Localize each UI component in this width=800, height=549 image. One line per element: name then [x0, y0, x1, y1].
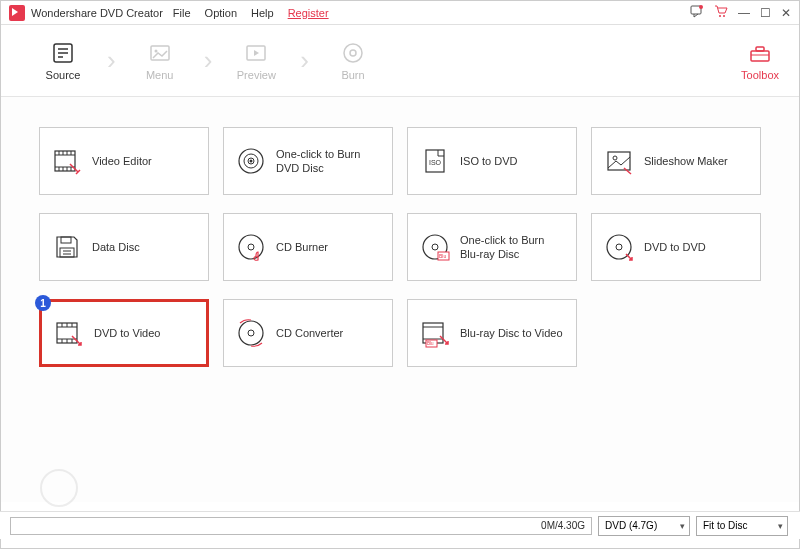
register-link[interactable]: Register — [288, 7, 329, 19]
titlebar: Wondershare DVD Creator File Option Help… — [1, 1, 799, 25]
svg-text:ISO: ISO — [429, 159, 442, 166]
svg-rect-34 — [608, 152, 630, 170]
tool-card-dvd-to-dvd[interactable]: DVD to DVD — [591, 213, 761, 281]
tool-card-data-disc[interactable]: Data Disc — [39, 213, 209, 281]
tool-card-bluray-to-video[interactable]: BluBlu-ray Disc to Video — [407, 299, 577, 367]
svg-point-2 — [719, 15, 721, 17]
svg-point-1 — [699, 5, 703, 9]
chevron-icon: › — [202, 45, 215, 76]
tool-card-one-click-dvd[interactable]: One-click to Burn DVD Disc — [223, 127, 393, 195]
feedback-icon[interactable] — [690, 4, 704, 21]
disc-type-value: DVD (4.7G) — [605, 520, 657, 531]
film-edit-icon — [52, 146, 82, 176]
svg-rect-36 — [61, 237, 71, 243]
tool-label: One-click to Burn Blu-ray Disc — [460, 233, 564, 262]
content-area: Video EditorOne-click to Burn DVD DiscIS… — [1, 97, 799, 502]
svg-point-43 — [432, 244, 438, 250]
step-number-badge: 1 — [35, 295, 51, 311]
progress-text: 0M/4.30G — [541, 520, 585, 531]
menu-icon — [148, 41, 172, 65]
svg-rect-17 — [55, 151, 75, 171]
svg-point-35 — [613, 156, 617, 160]
svg-point-12 — [344, 44, 362, 62]
disc-music-icon — [236, 232, 266, 262]
statusbar: 0M/4.30G DVD (4.7G) Fit to Disc — [0, 511, 800, 539]
bluray-target-icon: Blu — [420, 232, 450, 262]
tool-card-cd-burner[interactable]: CD Burner — [223, 213, 393, 281]
svg-text:Blu: Blu — [427, 341, 434, 346]
svg-text:Blu: Blu — [439, 253, 446, 259]
floppy-icon — [52, 232, 82, 262]
svg-marker-11 — [254, 50, 259, 56]
bluray-export-icon: Blu — [420, 318, 450, 348]
toolbox-button[interactable]: Toolbox — [741, 41, 779, 81]
fit-mode-value: Fit to Disc — [703, 520, 747, 531]
tool-label: CD Burner — [276, 240, 328, 254]
tool-label: Blu-ray Disc to Video — [460, 326, 563, 340]
svg-rect-37 — [60, 248, 74, 257]
tool-label: ISO to DVD — [460, 154, 517, 168]
step-label: Preview — [237, 69, 276, 81]
fit-mode-select[interactable]: Fit to Disc — [696, 516, 788, 536]
step-source[interactable]: Source — [21, 31, 105, 91]
burn-icon — [341, 41, 365, 65]
tool-card-dvd-to-video[interactable]: 1DVD to Video — [39, 299, 209, 367]
tool-label: DVD to Video — [94, 326, 160, 340]
window-controls: — ☐ ✕ — [690, 4, 791, 21]
tool-label: DVD to DVD — [644, 240, 706, 254]
svg-point-41 — [248, 244, 254, 250]
toolbox-label: Toolbox — [741, 69, 779, 81]
menu-help[interactable]: Help — [251, 7, 274, 19]
close-icon[interactable]: ✕ — [781, 6, 791, 20]
tool-card-one-click-bluray[interactable]: BluOne-click to Burn Blu-ray Disc — [407, 213, 577, 281]
step-preview[interactable]: Preview — [214, 31, 298, 91]
step-label: Burn — [341, 69, 364, 81]
svg-rect-15 — [756, 47, 764, 51]
disc-copy-icon — [604, 232, 634, 262]
preview-icon — [244, 41, 268, 65]
svg-point-57 — [239, 321, 263, 345]
iso-file-icon: ISO — [420, 146, 450, 176]
tool-label: CD Converter — [276, 326, 343, 340]
progress-bar: 0M/4.30G — [10, 517, 592, 535]
app-title: Wondershare DVD Creator — [31, 7, 163, 19]
tool-grid: Video EditorOne-click to Burn DVD DiscIS… — [41, 127, 759, 367]
tool-card-slideshow[interactable]: Slideshow Maker — [591, 127, 761, 195]
minimize-icon[interactable]: — — [738, 6, 750, 20]
step-ribbon: Source › Menu › Preview › Burn Toolbox — [1, 25, 799, 97]
picture-icon — [604, 146, 634, 176]
svg-rect-14 — [751, 51, 769, 61]
tool-label: Data Disc — [92, 240, 140, 254]
tool-label: One-click to Burn DVD Disc — [276, 147, 380, 176]
tool-card-cd-converter[interactable]: CD Converter — [223, 299, 393, 367]
disc-target-icon — [236, 146, 266, 176]
app-logo-icon — [9, 5, 25, 21]
disc-convert-icon — [236, 318, 266, 348]
tool-card-video-editor[interactable]: Video Editor — [39, 127, 209, 195]
step-label: Menu — [146, 69, 174, 81]
svg-point-47 — [616, 244, 622, 250]
tool-label: Slideshow Maker — [644, 154, 728, 168]
step-label: Source — [46, 69, 81, 81]
menu-bar: File Option Help — [173, 7, 274, 19]
toolbox-icon — [748, 41, 772, 65]
source-icon — [51, 41, 75, 65]
step-menu[interactable]: Menu — [118, 31, 202, 91]
tool-card-iso-to-dvd[interactable]: ISOISO to DVD — [407, 127, 577, 195]
film-export-icon — [54, 318, 84, 348]
menu-file[interactable]: File — [173, 7, 191, 19]
svg-point-40 — [239, 235, 263, 259]
step-burn[interactable]: Burn — [311, 31, 395, 91]
menu-option[interactable]: Option — [205, 7, 237, 19]
svg-point-3 — [723, 15, 725, 17]
maximize-icon[interactable]: ☐ — [760, 6, 771, 20]
cart-icon[interactable] — [714, 4, 728, 21]
watermark — [40, 469, 78, 502]
tool-label: Video Editor — [92, 154, 152, 168]
svg-point-13 — [350, 50, 356, 56]
disc-type-select[interactable]: DVD (4.7G) — [598, 516, 690, 536]
chevron-icon: › — [105, 45, 118, 76]
svg-point-31 — [250, 160, 253, 163]
svg-point-9 — [154, 49, 157, 52]
svg-point-58 — [248, 330, 254, 336]
